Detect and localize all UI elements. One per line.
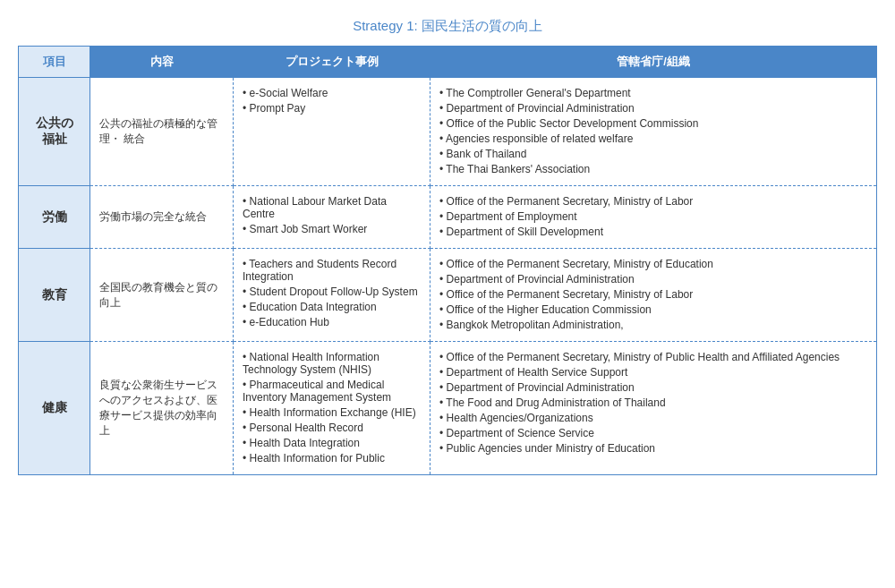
org-item: Office of the Permanent Secretary, Minis…	[439, 351, 867, 363]
project-item: e-Social Welfare	[243, 87, 421, 99]
org-item: Office of the Permanent Secretary, Minis…	[439, 288, 867, 301]
header-content: 内容	[90, 47, 234, 78]
project-item: Personal Health Record	[243, 422, 421, 434]
project-item: e-Education Hub	[243, 316, 421, 328]
org-item: Office of the Higher Education Commissio…	[439, 303, 867, 316]
orgs-cell-3: Office of the Permanent Secretary, Minis…	[430, 342, 877, 475]
org-item: Office of the Public Sector Development …	[439, 117, 867, 130]
org-item: Department of Skill Development	[439, 226, 867, 238]
org-item: Department of Provincial Administration	[439, 273, 867, 285]
projects-cell-0: e-Social WelfarePrompt Pay	[234, 78, 430, 186]
content-cell-2: 全国民の教育機会と質の向上	[90, 249, 234, 342]
orgs-cell-0: The Comptroller General's DepartmentDepa…	[430, 78, 877, 186]
page-container: Strategy 1: 国民生活の質の向上 項目 内容 プロジェクト事例 管轄省…	[18, 18, 877, 475]
project-item: Pharmaceutical and Medical Inventory Man…	[243, 379, 421, 404]
project-item: Student Dropout Follow-Up System	[243, 285, 421, 298]
org-item: Public Agencies under Ministry of Educat…	[439, 442, 867, 455]
project-item: National Labour Market Data Centre	[243, 195, 421, 220]
category-cell-1: 労働	[19, 186, 90, 249]
project-item: Health Information Exchange (HIE)	[243, 406, 421, 419]
category-cell-3: 健康	[19, 342, 90, 475]
org-item: Department of Provincial Administration	[439, 381, 867, 394]
category-cell-2: 教育	[19, 249, 90, 342]
category-cell-0: 公共の 福祉	[19, 78, 90, 186]
org-item: Bank of Thailand	[439, 148, 867, 160]
page-title: Strategy 1: 国民生活の質の向上	[18, 18, 877, 35]
header-orgs: 管轄省庁/組織	[430, 47, 877, 78]
org-item: Office of the Permanent Secretary, Minis…	[439, 258, 867, 270]
content-cell-0: 公共の福祉の積極的な管理・ 統合	[90, 78, 234, 186]
orgs-cell-1: Office of the Permanent Secretary, Minis…	[430, 186, 877, 249]
header-projects: プロジェクト事例	[234, 47, 430, 78]
strategy-table: 項目 内容 プロジェクト事例 管轄省庁/組織 公共の 福祉公共の福祉の積極的な管…	[18, 46, 877, 475]
header-category: 項目	[19, 47, 90, 78]
project-item: Prompt Pay	[243, 102, 421, 115]
org-item: Agencies responsible of related welfare	[439, 132, 867, 145]
orgs-cell-2: Office of the Permanent Secretary, Minis…	[430, 249, 877, 342]
project-item: National Health Information Technology S…	[243, 351, 421, 376]
org-item: Office of the Permanent Secretary, Minis…	[439, 195, 867, 208]
org-item: Department of Health Service Support	[439, 366, 867, 379]
project-item: Health Information for Public	[243, 452, 421, 464]
content-cell-3: 良質な公衆衛生サービスへのアクセスおよび、医療サービス提供の効率向上	[90, 342, 234, 475]
org-item: The Food and Drug Administration of Thai…	[439, 396, 867, 409]
project-item: Education Data Integration	[243, 301, 421, 313]
org-item: The Thai Bankers' Association	[439, 163, 867, 175]
project-item: Smart Job Smart Worker	[243, 223, 421, 235]
project-item: Teachers and Students Record Integration	[243, 258, 421, 283]
org-item: Bangkok Metropolitan Administration,	[439, 319, 867, 331]
projects-cell-3: National Health Information Technology S…	[234, 342, 430, 475]
projects-cell-1: National Labour Market Data CentreSmart …	[234, 186, 430, 249]
content-cell-1: 労働市場の完全な統合	[90, 186, 234, 249]
org-item: The Comptroller General's Department	[439, 87, 867, 99]
project-item: Health Data Integration	[243, 437, 421, 449]
org-item: Department of Science Service	[439, 427, 867, 439]
projects-cell-2: Teachers and Students Record Integration…	[234, 249, 430, 342]
org-item: Department of Provincial Administration	[439, 102, 867, 115]
org-item: Department of Employment	[439, 210, 867, 223]
org-item: Health Agencies/Organizations	[439, 412, 867, 424]
